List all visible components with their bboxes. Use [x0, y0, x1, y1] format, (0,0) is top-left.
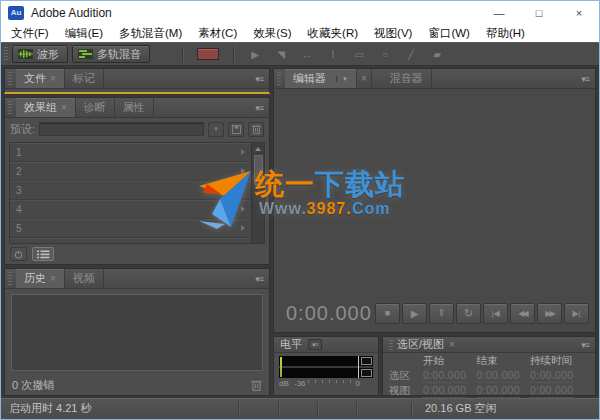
- menu-item-multitrack[interactable]: 多轨混音(M): [111, 24, 190, 42]
- lasso-selection-tool-icon[interactable]: ○: [372, 49, 398, 60]
- expand-arrow-icon[interactable]: [241, 149, 245, 155]
- panel-gripper[interactable]: [277, 72, 281, 86]
- time-selection-tool-icon[interactable]: I: [320, 49, 346, 60]
- history-list[interactable]: [11, 294, 263, 371]
- preset-input[interactable]: [39, 122, 204, 136]
- tab-video[interactable]: 视频: [65, 269, 104, 288]
- editor-dropdown-icon[interactable]: ▼: [336, 76, 348, 82]
- effect-slot[interactable]: 5: [10, 219, 251, 238]
- menu-item-view[interactable]: 视图(V): [366, 24, 420, 42]
- go-to-end-button[interactable]: ▶|: [564, 303, 589, 324]
- tab-diagnostics[interactable]: 诊断: [76, 98, 115, 117]
- app-window: Au Adobe Audition — □ × 文件(F) 编辑(E) 多轨混音…: [0, 0, 600, 420]
- tab-markers[interactable]: 标记: [65, 69, 104, 88]
- close-icon[interactable]: ×: [361, 74, 367, 84]
- selection-duration-field[interactable]: 0:00.000: [530, 369, 573, 383]
- menu-item-file[interactable]: 文件(F): [3, 24, 57, 42]
- tab-mixer[interactable]: 混音器: [382, 69, 432, 88]
- menu-item-effects[interactable]: 效果(S): [245, 24, 299, 42]
- statusbar-separator: [238, 402, 239, 415]
- menu-item-clip[interactable]: 素材(C): [190, 24, 245, 42]
- toolbar-gripper[interactable]: [4, 47, 8, 61]
- selection-start-field[interactable]: 0:00.000: [423, 369, 466, 383]
- close-icon[interactable]: ×: [61, 103, 67, 113]
- undo-count-label: 0 次撤销: [12, 378, 54, 393]
- view-start-field[interactable]: 0:00.000: [423, 384, 466, 398]
- loop-playback-button[interactable]: ↻: [456, 303, 481, 324]
- selection-view-table: 开始 结束 持续时间 选区 0:00.000 0:00.000 0:00.000…: [383, 353, 595, 401]
- clear-history-button[interactable]: [251, 379, 262, 391]
- panel-menu-icon[interactable]: ▾≡: [249, 274, 269, 284]
- delete-preset-button[interactable]: [248, 122, 264, 137]
- slip-tool-icon[interactable]: ↔: [294, 49, 320, 60]
- meter-unit-label: dB: [279, 379, 289, 388]
- panel-menu-icon[interactable]: ▾≡: [249, 103, 269, 113]
- effect-slot[interactable]: 3: [10, 181, 251, 200]
- go-to-start-button[interactable]: |◀: [483, 303, 508, 324]
- fast-forward-button[interactable]: ▶▶: [537, 303, 562, 324]
- menubar: 文件(F) 编辑(E) 多轨混音(M) 素材(C) 效果(S) 收藏夹(R) 视…: [1, 24, 599, 42]
- panel-menu-icon[interactable]: ▾≡: [575, 340, 595, 350]
- maximize-button[interactable]: □: [519, 1, 559, 24]
- effect-slot[interactable]: 1: [10, 143, 251, 162]
- spot-healing-tool-icon[interactable]: ▰: [424, 49, 450, 60]
- panel-gripper[interactable]: [8, 101, 12, 115]
- view-end-field[interactable]: 0:00.000: [477, 384, 520, 398]
- menu-item-window[interactable]: 窗口(W): [420, 24, 478, 42]
- tab-effects-rack[interactable]: 效果组 ×: [16, 98, 76, 117]
- close-icon[interactable]: ×: [449, 340, 455, 350]
- play-button[interactable]: ▶: [402, 303, 427, 324]
- effect-slot[interactable]: 4: [10, 200, 251, 219]
- record-indicator[interactable]: [197, 48, 219, 60]
- selection-view-panel: 选区/视图 × ▾≡ 开始 结束 持续时间 选区 0:00.000 0:00.0…: [382, 336, 596, 396]
- time-display[interactable]: 0:00.000: [286, 302, 372, 325]
- menu-item-help[interactable]: 帮助(H): [478, 24, 533, 42]
- rack-power-button[interactable]: [10, 247, 27, 261]
- effects-scrollbar[interactable]: [251, 143, 264, 243]
- waveform-view-button[interactable]: 波形: [12, 45, 68, 63]
- editor-canvas[interactable]: [274, 89, 595, 294]
- scrollbar-thumb[interactable]: [254, 155, 263, 185]
- effect-slot-number: 3: [16, 185, 22, 196]
- levels-tabbar: 电平 ▾≡: [274, 337, 378, 353]
- multitrack-view-button[interactable]: 多轨混音: [72, 45, 150, 63]
- selection-end-field[interactable]: 0:00.000: [477, 369, 520, 383]
- panel-menu-icon[interactable]: ▾≡: [575, 74, 595, 84]
- stop-button[interactable]: ■: [375, 303, 400, 324]
- save-preset-button[interactable]: [228, 122, 244, 137]
- menu-item-edit[interactable]: 编辑(E): [57, 24, 111, 42]
- tab-editor[interactable]: 编辑器 ▼: [285, 69, 357, 88]
- effect-slot[interactable]: 2: [10, 162, 251, 181]
- expand-arrow-icon[interactable]: [241, 168, 245, 174]
- marquee-selection-tool-icon[interactable]: ▭: [346, 49, 372, 60]
- close-icon[interactable]: ×: [50, 274, 56, 284]
- view-duration-field[interactable]: 0:00.000: [530, 384, 573, 398]
- tab-selection-view[interactable]: 选区/视图: [397, 337, 444, 352]
- expand-arrow-icon[interactable]: [241, 206, 245, 212]
- scroll-up-button[interactable]: [252, 143, 264, 155]
- tab-properties[interactable]: 属性: [115, 98, 154, 117]
- panel-gripper[interactable]: [389, 340, 393, 350]
- pause-button[interactable]: Ⅱ: [429, 303, 454, 324]
- editor-tab-close[interactable]: ×: [357, 69, 372, 88]
- effect-slot[interactable]: 6: [10, 238, 251, 243]
- panel-menu-icon[interactable]: ▾≡: [249, 74, 269, 84]
- panel-menu-icon[interactable]: ▾≡: [308, 339, 322, 350]
- close-button[interactable]: ×: [559, 1, 599, 24]
- move-tool-icon[interactable]: ▶: [242, 49, 268, 60]
- editor-tabbar: 编辑器 ▼ × 混音器 ▾≡: [274, 69, 595, 89]
- preset-dropdown-button[interactable]: ▼: [208, 122, 224, 137]
- rewind-button[interactable]: ◀◀: [510, 303, 535, 324]
- tab-history[interactable]: 历史 ×: [16, 269, 65, 288]
- tab-files[interactable]: 文件 ×: [16, 69, 65, 88]
- expand-arrow-icon[interactable]: [241, 187, 245, 193]
- panel-gripper[interactable]: [8, 272, 12, 286]
- menu-item-favorites[interactable]: 收藏夹(R): [300, 24, 366, 42]
- razor-tool-icon[interactable]: ◥: [268, 49, 294, 60]
- minimize-button[interactable]: —: [479, 1, 519, 24]
- expand-arrow-icon[interactable]: [241, 225, 245, 231]
- close-icon[interactable]: ×: [50, 74, 56, 84]
- panel-gripper[interactable]: [8, 72, 12, 86]
- paintbrush-tool-icon[interactable]: ╱: [398, 49, 424, 60]
- rack-list-toggle-button[interactable]: [32, 247, 54, 261]
